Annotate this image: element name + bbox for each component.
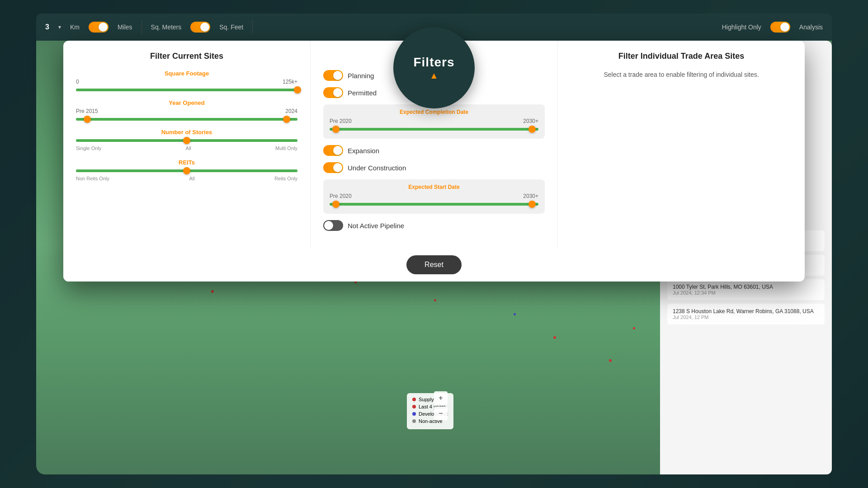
toolbar-miles-label: Miles bbox=[118, 23, 132, 31]
not-active-pipeline-toggle[interactable] bbox=[323, 220, 343, 231]
reits-thumb[interactable] bbox=[183, 167, 190, 174]
permitted-toggle[interactable] bbox=[323, 87, 343, 98]
under-construction-toggle-knob bbox=[333, 163, 342, 172]
legend-supply-dot bbox=[412, 398, 416, 401]
location-date-3: Jul 2024, 12:34 PM bbox=[673, 290, 819, 296]
under-construction-toggle[interactable] bbox=[323, 162, 343, 173]
legend-last4-dot bbox=[412, 405, 416, 408]
expected-completion-track[interactable] bbox=[330, 128, 538, 131]
expected-completion-range: Pre 2020 2030+ bbox=[330, 118, 538, 124]
toolbar-km-label: Km bbox=[70, 23, 80, 31]
expected-completion-fill bbox=[330, 128, 538, 131]
zoom-out-button[interactable]: − bbox=[434, 407, 448, 420]
expected-start-slider: Expected Start Date Pre 2020 2030+ bbox=[323, 179, 545, 214]
location-item-4[interactable]: 1238 S Houston Lake Rd, Warner Robins, G… bbox=[667, 304, 825, 324]
number-of-stories-slider: Number of Stories Single Only All Multi … bbox=[76, 129, 297, 151]
expected-start-max: 2030+ bbox=[523, 193, 538, 199]
sq-footage-thumb[interactable] bbox=[294, 86, 301, 94]
planning-label: Planning bbox=[348, 72, 374, 80]
expected-start-min: Pre 2020 bbox=[330, 193, 352, 199]
expansion-label: Expansion bbox=[348, 147, 379, 155]
location-item-3[interactable]: 1000 Tyler St, Park Hills, MO 63601, USA… bbox=[667, 279, 825, 300]
toolbar-divider-2 bbox=[252, 20, 253, 34]
toolbar-sqm-label: Sq. Meters bbox=[151, 23, 182, 31]
year-opened-range: Pre 2015 2024 bbox=[76, 108, 297, 114]
expected-completion-right-thumb[interactable] bbox=[528, 126, 536, 133]
reits-sub-labels: Non Reits Only All Reits Only bbox=[76, 176, 297, 181]
map-dot bbox=[434, 299, 436, 301]
sq-footage-min: 0 bbox=[76, 79, 79, 85]
map-dot bbox=[211, 290, 214, 293]
filter-trade-area-section: Filter Individual Trade Area Sites Selec… bbox=[558, 41, 805, 248]
expansion-toggle-knob bbox=[333, 146, 342, 155]
not-active-pipeline-item: Not Active Pipeline bbox=[323, 220, 545, 231]
expected-start-left-thumb[interactable] bbox=[332, 201, 340, 208]
reset-button-row: Reset bbox=[63, 248, 805, 282]
location-date-4: Jul 2024, 12 PM bbox=[673, 314, 819, 320]
expected-completion-max: 2030+ bbox=[523, 118, 538, 124]
reits-label: REITs bbox=[76, 159, 297, 166]
toolbar-highlight-label: Highlight Only bbox=[722, 23, 761, 31]
toolbar-analysis-label: Analysis bbox=[799, 23, 823, 31]
highlight-toggle[interactable] bbox=[770, 22, 790, 33]
expected-completion-slider: Expected Completion Date Pre 2020 2030+ bbox=[323, 104, 545, 139]
toolbar-divider-1 bbox=[142, 20, 142, 34]
legend-dev-dot bbox=[412, 412, 416, 416]
expansion-toggle[interactable] bbox=[323, 145, 343, 156]
sq-footage-track[interactable] bbox=[76, 89, 297, 91]
year-opened-min: Pre 2015 bbox=[76, 108, 98, 114]
sq-toggle[interactable] bbox=[190, 22, 210, 33]
location-addr-4: 1238 S Houston Lake Rd, Warner Robins, G… bbox=[673, 308, 819, 314]
year-opened-left-thumb[interactable] bbox=[84, 116, 91, 123]
reits-right: Reits Only bbox=[274, 176, 297, 181]
reits-center: All bbox=[189, 176, 195, 181]
expected-start-title: Expected Start Date bbox=[330, 184, 538, 190]
planning-toggle-knob bbox=[333, 71, 342, 80]
filters-arrow: ▲ bbox=[429, 70, 439, 81]
legend-supply-label: Supply bbox=[419, 397, 434, 402]
toolbar-sqft-label: Sq. Feet bbox=[219, 23, 243, 31]
reits-track[interactable] bbox=[76, 169, 297, 172]
location-addr-3: 1000 Tyler St, Park Hills, MO 63601, USA bbox=[673, 284, 819, 290]
toolbar-dropdown-arrow[interactable]: ▾ bbox=[58, 24, 61, 30]
map-dot bbox=[514, 313, 516, 315]
expected-completion-title: Expected Completion Date bbox=[330, 109, 538, 115]
planning-toggle[interactable] bbox=[323, 70, 343, 81]
km-miles-toggle[interactable] bbox=[89, 22, 108, 33]
map-dot bbox=[633, 327, 635, 329]
stories-sub-labels: Single Only All Multi Only bbox=[76, 145, 297, 151]
under-construction-item: Under Construction bbox=[323, 162, 545, 173]
year-opened-right-thumb[interactable] bbox=[283, 116, 290, 123]
zoom-in-button[interactable]: + bbox=[434, 391, 448, 405]
sq-footage-label: Square Footage bbox=[76, 70, 297, 77]
map-dot bbox=[553, 336, 556, 339]
stories-thumb[interactable] bbox=[183, 137, 190, 144]
expected-start-fill bbox=[330, 203, 538, 206]
under-construction-label: Under Construction bbox=[348, 164, 406, 172]
permitted-toggle-knob bbox=[333, 88, 342, 97]
not-active-pipeline-toggle-knob bbox=[324, 221, 333, 230]
highlight-toggle-knob bbox=[780, 23, 789, 32]
reset-button[interactable]: Reset bbox=[406, 255, 462, 274]
km-miles-toggle-knob bbox=[99, 23, 108, 32]
expected-start-track[interactable] bbox=[330, 203, 538, 206]
filter-trade-area-title: Filter Individual Trade Area Sites bbox=[571, 52, 792, 61]
reits-slider: REITs Non Reits Only All Reits Only bbox=[76, 159, 297, 181]
filters-circle[interactable]: Filters ▲ bbox=[393, 27, 475, 108]
year-opened-track[interactable] bbox=[76, 118, 297, 121]
expected-start-right-thumb[interactable] bbox=[528, 201, 536, 208]
not-active-pipeline-label: Not Active Pipeline bbox=[348, 222, 404, 230]
expected-start-range: Pre 2020 2030+ bbox=[330, 193, 538, 199]
legend-nonactive-dot bbox=[412, 419, 416, 423]
stories-left: Single Only bbox=[76, 145, 101, 151]
map-dot bbox=[609, 359, 612, 362]
toolbar-number: 3 bbox=[45, 23, 49, 31]
stories-track[interactable] bbox=[76, 139, 297, 142]
sq-footage-max: 125k+ bbox=[283, 79, 297, 85]
expected-completion-min: Pre 2020 bbox=[330, 118, 352, 124]
expected-completion-left-thumb[interactable] bbox=[332, 126, 340, 133]
filter-current-sites-title: Filter Current Sites bbox=[76, 52, 297, 61]
filter-current-sites-section: Filter Current Sites Square Footage 0 12… bbox=[63, 41, 311, 248]
filter-trade-area-description: Select a trade area to enable filtering … bbox=[571, 70, 792, 80]
year-opened-label: Year Opened bbox=[76, 99, 297, 106]
